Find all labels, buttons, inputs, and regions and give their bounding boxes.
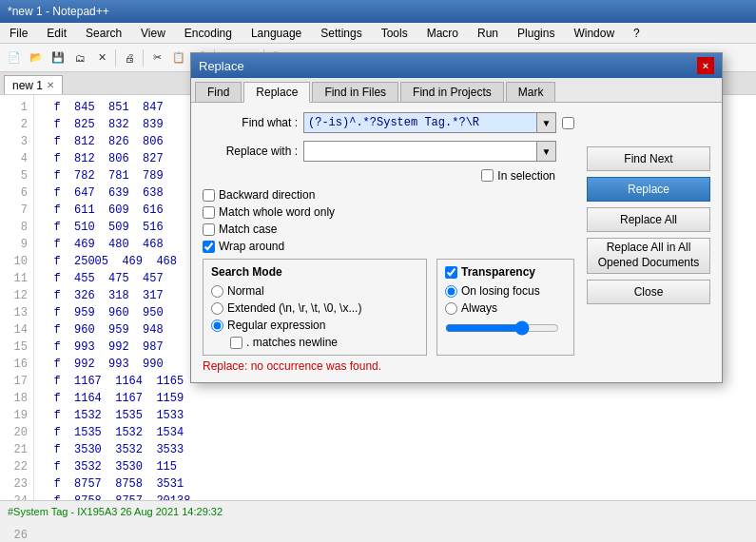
search-mode-panel: Search Mode Normal Extended (\n, \r, \t,… [203, 259, 427, 356]
transparency-slider[interactable] [445, 320, 559, 336]
backward-direction-label: Backward direction [219, 188, 315, 202]
dialog-body: Find what : ▼ Replace with : ▼ In select… [191, 103, 722, 382]
search-mode-title: Search Mode [211, 265, 418, 279]
always-label: Always [461, 301, 497, 315]
newline-label: . matches newline [246, 336, 338, 349]
in-selection-row: In selection [203, 169, 574, 183]
replace-button[interactable]: Replace [587, 177, 710, 202]
dialog-tab-find-in-projects[interactable]: Find in Projects [400, 82, 504, 102]
dialog-title: Replace [199, 59, 244, 73]
always-radio[interactable] [445, 302, 457, 315]
lower-section: Search Mode Normal Extended (\n, \r, \t,… [203, 259, 574, 356]
match-case-checkbox[interactable] [203, 223, 215, 236]
extended-label: Extended (\n, \r, \t, \0, \x...) [227, 301, 361, 315]
on-losing-focus-label: On losing focus [461, 284, 540, 298]
wrap-around-row: Wrap around [203, 240, 574, 253]
find-what-checkbox[interactable] [562, 117, 574, 129]
transparency-panel: Transparency On losing focus Always [436, 259, 574, 356]
in-selection-label: In selection [497, 169, 555, 183]
regex-radio-row: Regular expression [211, 319, 418, 332]
match-whole-word-label: Match whole word only [219, 205, 335, 219]
close-button[interactable]: Close [587, 280, 710, 304]
regex-radio[interactable] [211, 319, 223, 332]
find-next-button[interactable]: Find Next [587, 146, 710, 171]
newline-checkbox[interactable] [230, 337, 242, 349]
replace-with-input[interactable] [303, 141, 537, 162]
find-what-dropdown-arrow[interactable]: ▼ [537, 112, 556, 133]
extended-radio[interactable] [211, 302, 223, 315]
dialog-overlay: Replace × Find Replace Find in Files Fin… [0, 0, 756, 542]
wrap-around-checkbox[interactable] [203, 241, 215, 253]
dialog-tabs: Find Replace Find in Files Find in Proje… [191, 78, 722, 103]
backward-direction-checkbox[interactable] [203, 189, 215, 202]
match-whole-word-row: Match whole word only [203, 205, 574, 219]
transparency-checkbox[interactable] [445, 266, 457, 279]
dialog-tab-mark[interactable]: Mark [506, 82, 556, 102]
replace-all-button[interactable]: Replace All [587, 207, 710, 232]
error-message: Replace: no occurrence was found. [203, 359, 574, 373]
dialog-close-button[interactable]: × [697, 57, 714, 74]
transparency-title: Transparency [461, 265, 535, 279]
backward-direction-row: Backward direction [203, 188, 574, 202]
always-row: Always [445, 301, 566, 315]
wrap-around-label: Wrap around [219, 240, 284, 253]
options-panel: Backward direction Match whole word only… [203, 188, 574, 253]
dialog-tab-replace[interactable]: Replace [243, 82, 310, 103]
on-losing-focus-row: On losing focus [445, 284, 566, 298]
transparency-slider-row [445, 320, 566, 339]
dialog-tab-find-in-files[interactable]: Find in Files [312, 82, 398, 102]
match-case-row: Match case [203, 223, 574, 236]
extended-radio-row: Extended (\n, \r, \t, \0, \x...) [211, 301, 418, 315]
normal-radio-row: Normal [211, 284, 418, 298]
in-selection-checkbox[interactable] [481, 169, 494, 182]
on-losing-focus-radio[interactable] [445, 285, 457, 298]
replace-all-opened-button[interactable]: Replace All in All Opened Documents [587, 238, 710, 274]
find-what-row: Find what : ▼ [203, 112, 574, 133]
replace-dialog: Replace × Find Replace Find in Files Fin… [190, 52, 723, 383]
buttons-panel: Find Next Replace Replace All Replace Al… [587, 146, 710, 304]
replace-with-dropdown-arrow[interactable]: ▼ [537, 141, 556, 162]
newline-check-row: . matches newline [230, 336, 418, 349]
find-what-input[interactable] [303, 112, 537, 133]
find-what-label: Find what : [203, 116, 298, 129]
normal-label: Normal [227, 284, 264, 298]
transparency-header: Transparency [445, 265, 566, 279]
match-whole-word-checkbox[interactable] [203, 206, 215, 219]
replace-with-label: Replace with : [203, 145, 298, 158]
dialog-titlebar: Replace × [191, 53, 722, 78]
match-case-label: Match case [219, 223, 277, 236]
dialog-tab-find[interactable]: Find [195, 82, 242, 102]
regex-label: Regular expression [227, 319, 325, 332]
normal-radio[interactable] [211, 285, 223, 298]
replace-with-row: Replace with : ▼ [203, 141, 574, 162]
